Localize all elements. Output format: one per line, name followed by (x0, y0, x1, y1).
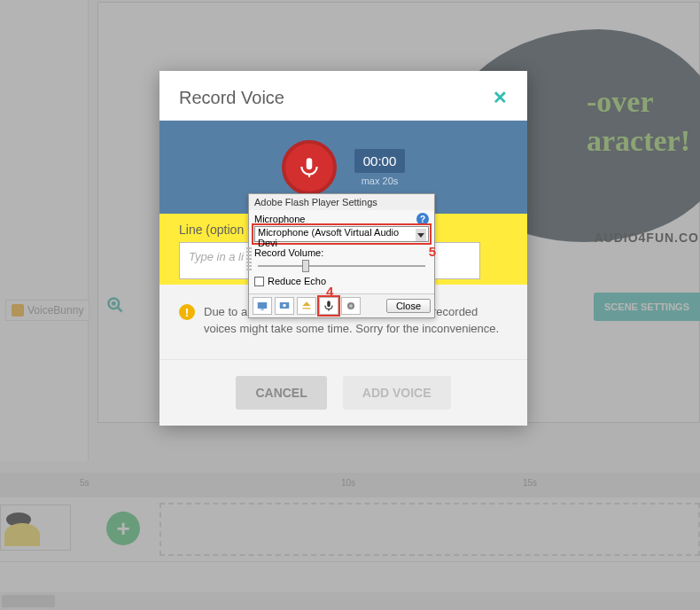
svg-rect-5 (261, 309, 264, 310)
flash-close-button[interactable]: Close (386, 299, 431, 313)
line-label: Line (option (179, 223, 244, 237)
camera-tab-icon[interactable] (341, 297, 361, 315)
mic-selected-value: Microphone (Avsoft Virtual Audio Devi (258, 227, 399, 248)
slider-thumb[interactable] (302, 260, 309, 272)
level-meter (246, 247, 253, 270)
flash-title: Adobe Flash Player Settings (249, 194, 434, 210)
close-icon[interactable]: ✕ (493, 87, 508, 108)
display-tab-icon[interactable] (253, 297, 272, 315)
chevron-down-icon (416, 229, 426, 241)
record-button[interactable] (282, 140, 337, 195)
help-icon[interactable]: ? (416, 213, 429, 225)
svg-rect-4 (258, 302, 268, 309)
mic-label: Microphone (254, 214, 305, 224)
reduce-echo-checkbox[interactable] (254, 277, 264, 286)
microphone-icon (298, 156, 321, 179)
warning-icon: ! (179, 304, 195, 320)
timer-max: max 20s (354, 176, 406, 186)
annotation-5: 5 (429, 244, 436, 259)
storage-tab-icon[interactable] (297, 297, 316, 315)
dialog-title: Record Voice (179, 88, 284, 108)
reduce-echo-label: Reduce Echo (268, 276, 326, 286)
mic-select-annotation: Microphone (Avsoft Virtual Audio Devi (254, 226, 429, 242)
svg-point-9 (349, 304, 353, 308)
privacy-tab-icon[interactable] (275, 297, 294, 315)
add-voice-button[interactable]: ADD VOICE (343, 376, 451, 410)
microphone-select[interactable]: Microphone (Avsoft Virtual Audio Devi (254, 226, 429, 242)
svg-point-7 (283, 304, 286, 308)
flash-settings-popup: Adobe Flash Player Settings Microphone ?… (248, 193, 435, 318)
volume-slider[interactable] (254, 260, 429, 272)
annotation-4: 4 (326, 284, 333, 299)
record-volume-label: Record Volume: (254, 247, 429, 258)
microphone-tab-icon[interactable] (319, 297, 338, 315)
cancel-button[interactable]: CANCEL (236, 376, 326, 410)
timer-value: 00:00 (354, 149, 406, 173)
flash-tabs: Close (249, 293, 434, 317)
